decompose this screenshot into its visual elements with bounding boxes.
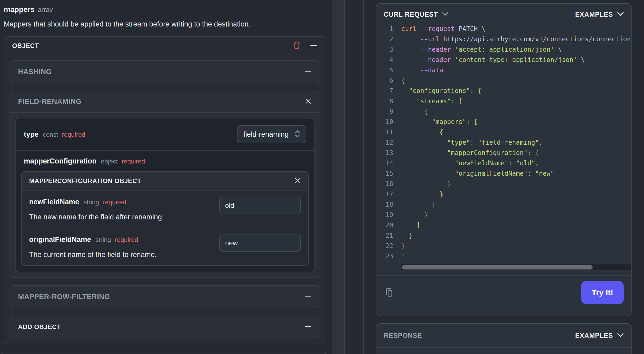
page-title: mappers (4, 5, 35, 14)
mapper-row-filtering-section[interactable]: MAPPER-ROW-FILTERING (10, 285, 320, 308)
field-title-row: mappers array (4, 5, 326, 14)
chevron-down-icon (442, 12, 448, 17)
plus-icon (304, 322, 312, 331)
hashing-label: HASHING (18, 68, 304, 76)
response-examples-label: EXAMPLES (575, 332, 613, 339)
newfieldname-labels: newFieldName string required (29, 198, 219, 206)
close-field-renaming-button[interactable] (305, 98, 312, 106)
close-icon (305, 98, 312, 106)
trash-icon (292, 41, 301, 51)
originalfieldname-input[interactable] (219, 234, 301, 252)
object-header-label: OBJECT (12, 42, 292, 50)
mapperconfiguration-row: mapperConfiguration object required (16, 151, 314, 171)
type-select[interactable]: field-renaming (237, 125, 306, 143)
field-description: Mappers that should be applied to the st… (4, 20, 326, 28)
copy-icon (384, 287, 394, 299)
code-hscrollbar[interactable] (401, 264, 631, 270)
code-line: 18 ] (376, 199, 631, 210)
newfieldname-input[interactable] (219, 197, 301, 214)
mapperconfiguration-header: MAPPERCONFIGURATION OBJECT (22, 172, 308, 191)
originalfieldname-description: The current name of the field to rename. (29, 251, 219, 259)
code-line: 10 "mappers": [ (376, 117, 631, 127)
code-line: 23' (376, 251, 631, 261)
code-line: 7 "configurations": { (376, 86, 631, 96)
copy-button[interactable] (384, 287, 394, 299)
code-line: 19 } (376, 210, 631, 220)
newfieldname-description: The new name for the field after renamin… (29, 213, 219, 221)
code-hscrollbar-thumb[interactable] (402, 265, 593, 269)
curl-request-title: CURL REQUEST (384, 11, 438, 18)
add-object-inner-button[interactable]: ADD OBJECT (10, 316, 320, 338)
code-line: 15 "originalFieldName": "new" (376, 168, 631, 179)
add-object-inner-label: ADD OBJECT (18, 323, 304, 331)
plus-icon (304, 67, 312, 76)
newfieldname-required: required (103, 198, 126, 206)
originalfieldname-row: originalFieldName string required The cu… (22, 228, 308, 265)
mapper-row-filtering-label: MAPPER-ROW-FILTERING (18, 293, 304, 301)
chevron-down-icon (617, 12, 624, 17)
code-line: 4 --header 'content-type: application/js… (376, 55, 631, 65)
type-field-required: required (62, 131, 85, 138)
code-line: 12 "type": "field-renaming", (376, 137, 631, 148)
examples-dropdown[interactable]: EXAMPLES (575, 11, 624, 18)
mapperconfiguration-required: required (122, 158, 145, 165)
code-line: 3 --header 'accept: application/json' \ (376, 44, 631, 55)
code-line: 8 "streams": [ (376, 96, 631, 106)
chevron-down-icon (617, 333, 624, 338)
field-renaming-header: FIELD-RENAMING (10, 91, 320, 113)
code-line: 17 } (376, 189, 631, 199)
originalfieldname-required: required (115, 236, 138, 243)
hashing-section[interactable]: HASHING (10, 60, 320, 83)
left-pane-scrollbar[interactable] (332, 0, 345, 354)
mapperconfiguration-panel: MAPPERCONFIGURATION OBJECT (21, 171, 309, 266)
code-line: 9 { (376, 106, 631, 117)
curl-request-panel: CURL REQUEST EXAMPLES 1curl --request PA… (376, 3, 632, 316)
type-field-row: type const required field-renaming (16, 118, 314, 151)
originalfieldname-name: originalFieldName (29, 236, 91, 244)
response-panel: RESPONSE EXAMPLES (376, 323, 632, 354)
code-block: 1curl --request PATCH \2 --url https://a… (376, 24, 631, 261)
newfieldname-kind: string (84, 198, 99, 206)
column-divider (363, 0, 364, 354)
mapperconfiguration-kind: object (101, 158, 118, 165)
code-line: 6{ (376, 75, 631, 86)
code-line: 1curl --request PATCH \ (376, 24, 631, 34)
type-field-labels: type const required (24, 130, 85, 139)
type-field-name: type (24, 130, 39, 138)
code-line: 14 "newFieldName": "old", (376, 158, 631, 168)
field-type-badge: array (38, 6, 53, 14)
curl-request-dropdown[interactable]: CURL REQUEST (384, 11, 448, 18)
code-line: 13 "mapperConfiguration": { (376, 148, 631, 158)
plus-icon (304, 292, 312, 301)
code-line: 5 --data ' (376, 65, 631, 75)
schema-form-column: mappers array Mappers that should be app… (1, 0, 326, 354)
mapperconfiguration-title: MAPPERCONFIGURATION OBJECT (29, 177, 294, 185)
type-select-value: field-renaming (243, 130, 289, 139)
response-examples-dropdown[interactable]: EXAMPLES (575, 332, 624, 339)
object-header: OBJECT (4, 37, 326, 55)
select-chevrons-icon (294, 129, 301, 140)
collapse-object-button[interactable] (309, 41, 318, 50)
type-field-kind: const (43, 131, 58, 138)
field-renaming-label: FIELD-RENAMING (18, 98, 305, 106)
mapperconfiguration-name: mapperConfiguration (24, 157, 97, 165)
code-line: 2 --url https://api.airbyte.com/v1/conne… (376, 34, 631, 44)
newfieldname-row: newFieldName string required The new nam… (22, 191, 308, 228)
code-line: 20 ] (376, 220, 631, 230)
code-line: 11 { (376, 127, 631, 137)
originalfieldname-kind: string (96, 236, 111, 243)
delete-object-button[interactable] (292, 41, 301, 51)
newfieldname-name: newFieldName (29, 198, 79, 206)
close-icon (294, 177, 301, 185)
minus-icon (309, 41, 318, 50)
add-object-outer-button[interactable]: ADD OBJECT (1, 352, 326, 354)
close-mapperconfiguration-button[interactable] (294, 177, 301, 185)
examples-label: EXAMPLES (575, 11, 613, 18)
object-panel: OBJECT HASHING (4, 36, 326, 344)
originalfieldname-labels: originalFieldName string required (29, 236, 219, 244)
try-it-button[interactable]: Try It! (581, 281, 624, 304)
field-renaming-body: type const required field-renaming (15, 118, 315, 272)
field-renaming-panel: FIELD-RENAMING type const requ (10, 91, 320, 278)
code-line: 22} (376, 241, 631, 251)
code-line: 16 } (376, 179, 631, 189)
